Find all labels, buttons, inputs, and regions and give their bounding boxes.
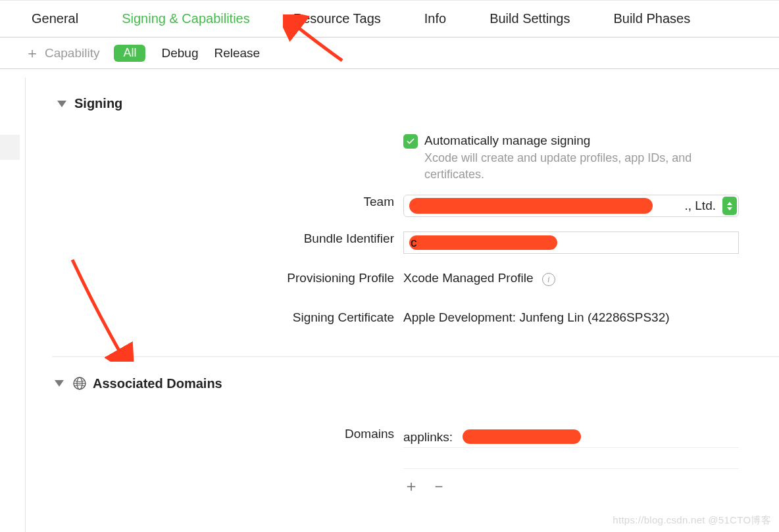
segment-debug[interactable]: Debug [161, 46, 198, 60]
domain-entry[interactable]: applinks: [403, 427, 739, 448]
watermark-text: https://blog.csdn.net @51CTO博客 [613, 514, 771, 527]
checkmark-icon [406, 137, 415, 146]
info-icon[interactable]: i [542, 273, 555, 286]
label-team: Team [26, 195, 394, 209]
redacted-domain-value [463, 429, 581, 444]
tab-build-phases[interactable]: Build Phases [613, 11, 690, 26]
tab-info[interactable]: Info [424, 11, 446, 26]
capabilities-bar: ＋ Capability All Debug Release [0, 37, 779, 69]
add-capability-button[interactable]: ＋ Capability [25, 43, 99, 63]
redacted-bundle-id [409, 235, 557, 250]
auto-manage-checkbox[interactable] [403, 134, 418, 149]
section-header-signing[interactable]: Signing [26, 96, 779, 111]
section-header-associated-domains[interactable]: Associated Domains [26, 375, 779, 391]
section-title-signing: Signing [74, 96, 122, 111]
plus-icon: ＋ [25, 43, 39, 63]
auto-manage-subtitle: Xcode will create and update profiles, a… [424, 150, 740, 183]
chevron-down-icon [55, 380, 64, 387]
build-config-segment: All Debug Release [114, 45, 260, 62]
label-bundle-identifier: Bundle Identifier [26, 231, 394, 246]
row-provisioning-profile: Provisioning Profile Xcode Managed Profi… [26, 271, 779, 299]
add-capability-label: Capability [45, 46, 99, 60]
row-signing-certificate: Signing Certificate Apple Development: J… [26, 310, 779, 338]
tab-build-settings[interactable]: Build Settings [490, 11, 570, 26]
section-divider [52, 356, 779, 357]
domain-entry-empty[interactable] [403, 448, 739, 469]
domain-entry-prefix: applinks: [403, 430, 453, 445]
provisioning-profile-value: Xcode Managed Profile [403, 271, 534, 285]
row-bundle-identifier: Bundle Identifier c [26, 231, 779, 259]
team-suffix: ., Ltd. [684, 199, 718, 213]
domains-controls: ＋ － [403, 469, 739, 496]
add-domain-button[interactable]: ＋ [403, 475, 419, 496]
associated-domains-form: Domains applinks: ＋ － [26, 427, 779, 496]
bundle-id-visible-prefix: c [411, 235, 417, 250]
globe-icon [72, 375, 88, 391]
label-signing-certificate: Signing Certificate [26, 310, 394, 325]
bundle-identifier-input[interactable]: c [403, 231, 739, 254]
project-editor-tabs: General Signing & Capabilities Resource … [0, 0, 779, 37]
section-title-associated-domains: Associated Domains [93, 376, 222, 391]
capabilities-panel: Signing Automatically manage signing Xco… [25, 78, 779, 532]
signing-certificate-value: Apple Development: Junfeng Lin (42286SPS… [403, 310, 740, 325]
tab-general[interactable]: General [32, 11, 78, 26]
row-domains: Domains applinks: ＋ － [26, 427, 779, 496]
gutter-selection-hint [0, 135, 20, 160]
tab-signing-capabilities[interactable]: Signing & Capabilities [122, 11, 250, 26]
segment-release[interactable]: Release [214, 46, 260, 60]
remove-domain-button[interactable]: － [431, 475, 447, 496]
tab-resource-tags[interactable]: Resource Tags [293, 11, 381, 26]
chevron-down-icon [57, 101, 66, 107]
row-auto-manage: Automatically manage signing Xcode will … [26, 133, 779, 183]
row-team: Team ., Ltd. [26, 195, 779, 222]
redacted-team-name [409, 198, 653, 214]
label-provisioning-profile: Provisioning Profile [26, 271, 394, 285]
signing-form: Automatically manage signing Xcode will … [26, 133, 779, 338]
team-dropdown[interactable]: ., Ltd. [403, 195, 739, 217]
label-domains: Domains [26, 427, 394, 441]
segment-all[interactable]: All [114, 45, 145, 62]
domains-list: applinks: ＋ － [403, 427, 739, 496]
updown-stepper-icon [722, 197, 737, 215]
auto-manage-title: Automatically manage signing [424, 133, 740, 148]
